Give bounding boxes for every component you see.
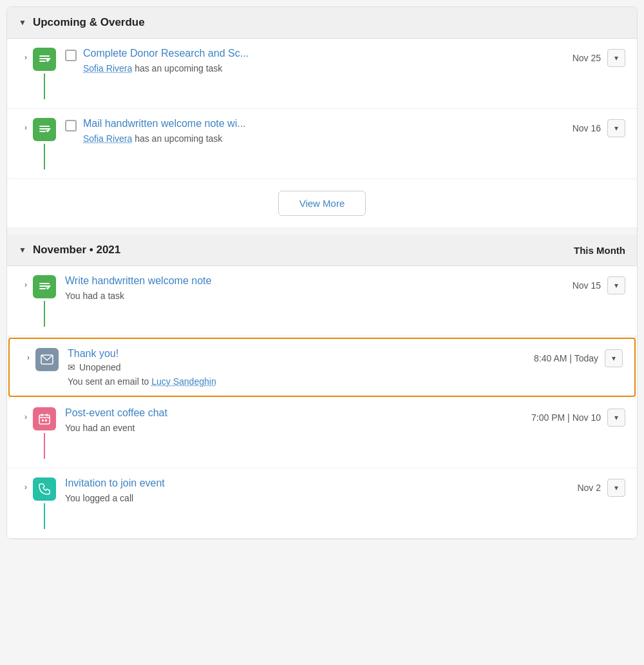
activity-subtitle-1: Sofia Rivera has an upcoming task [83,63,562,73]
subtitle-link-1[interactable]: Sofia Rivera [83,63,132,73]
svg-rect-11 [39,415,50,424]
icon-wrap-5 [33,407,56,459]
section-spacer [7,228,637,235]
activity-subtitle-6: You logged a call [65,493,567,503]
subtitle-text-4: You sent an email to [68,376,151,387]
icon-wrap-1 [33,48,56,99]
vertical-line-3 [44,301,45,327]
task-icon-1 [33,48,56,71]
activity-subtitle-5: You had an event [65,423,521,433]
section-title-november: November • 2021 [33,244,120,256]
activity-date-1: Nov 25 [573,53,601,63]
icon-wrap-3 [33,275,56,327]
activity-meta-6: Nov 2 ▾ [577,479,625,497]
activity-title-4[interactable]: Thank you! [68,348,454,360]
section-header-november[interactable]: ▼ November • 2021 This Month [7,235,637,266]
svg-rect-7 [39,283,50,284]
activity-date-5: 7:00 PM | Nov 10 [531,412,601,423]
vertical-line-6 [44,503,45,529]
subtitle-text-1: has an upcoming task [132,63,222,73]
email-status-text: Unopened [79,362,121,372]
task-icon-3 [33,275,56,298]
svg-rect-15 [42,419,44,421]
view-more-section: View More [7,179,637,228]
activity-row-1: › Complete Donor Research and Sc... Sofi… [7,39,637,109]
dropdown-button-2[interactable]: ▾ [607,119,625,137]
svg-rect-6 [39,131,46,132]
task-icon-2 [33,118,56,141]
svg-rect-9 [39,288,46,289]
section-header-upcoming[interactable]: ▼ Upcoming & Overdue [7,7,637,39]
section-header-left-upcoming: ▼ Upcoming & Overdue [19,16,145,29]
icon-wrap-6 [33,477,56,529]
expand-button-4[interactable]: › [21,351,35,365]
dropdown-button-3[interactable]: ▾ [607,276,625,294]
dropdown-button-6[interactable]: ▾ [607,479,625,497]
dropdown-button-4[interactable]: ▾ [605,349,623,367]
activity-row-2: › Mail handwritten welcome note wi... So… [7,109,637,179]
activity-row-5: › Post-event coffee chat You had an even… [7,398,637,468]
event-icon-5 [33,407,56,430]
expand-button-5[interactable]: › [19,410,33,424]
icon-wrap-4 [35,348,59,371]
subtitle-link-2[interactable]: Sofia Rivera [83,133,132,144]
call-icon-6 [33,477,56,501]
activity-title-3[interactable]: Write handwritten welcome note [65,275,451,287]
svg-rect-16 [45,419,47,421]
activity-subtitle-2: Sofia Rivera has an upcoming task [83,133,562,144]
section-header-left-november: ▼ November • 2021 [19,244,120,256]
vertical-line-2 [44,144,45,169]
activity-date-4: 8:40 AM | Today [534,353,598,363]
main-container: ▼ Upcoming & Overdue › Complete Donor Re… [6,6,638,539]
vertical-line-1 [44,73,45,99]
subtitle-text-2: has an upcoming task [132,133,222,144]
task-checkbox-1[interactable] [65,50,77,61]
activity-subtitle-4: You sent an email to Lucy Sandeghin [68,376,524,387]
activity-date-6: Nov 2 [577,483,601,493]
view-more-button[interactable]: View More [278,191,366,216]
activity-title-1[interactable]: Complete Donor Research and Sc... [83,48,469,59]
icon-wrap-2 [33,118,56,169]
this-month-label: This Month [574,245,625,256]
activity-content-2: Mail handwritten welcome note wi... Sofi… [83,118,562,144]
chevron-down-icon-november: ▼ [19,246,26,255]
expand-button-3[interactable]: › [19,278,33,292]
subtitle-link-4[interactable]: Lucy Sandeghin [151,376,216,387]
activity-content-4: Thank you! ✉ Unopened You sent an email … [68,348,524,387]
svg-rect-5 [39,128,50,130]
activity-title-5[interactable]: Post-event coffee chat [65,407,451,419]
activity-row-6: › Invitation to join event You logged a … [7,468,637,539]
email-icon-4 [35,348,59,371]
activity-content-5: Post-event coffee chat You had an event [65,407,521,433]
chevron-down-icon-upcoming: ▼ [19,18,26,27]
activity-meta-2: Nov 16 ▾ [573,119,625,137]
activity-content-1: Complete Donor Research and Sc... Sofia … [83,48,562,73]
activity-meta-5: 7:00 PM | Nov 10 ▾ [531,409,625,427]
activity-title-6[interactable]: Invitation to join event [65,477,451,489]
dropdown-button-1[interactable]: ▾ [607,49,625,67]
vertical-line-5 [44,433,45,459]
svg-rect-0 [39,55,50,57]
task-checkbox-2[interactable] [65,120,77,131]
activity-meta-3: Nov 15 ▾ [573,276,625,294]
svg-rect-4 [39,126,50,127]
activity-date-3: Nov 15 [573,280,601,291]
activity-row-3: › Write handwritten welcome note You had… [7,266,637,336]
activity-row-4: › Thank you! ✉ Unopened You sent an emai… [8,338,636,397]
activity-meta-1: Nov 25 ▾ [573,49,625,67]
activity-content-3: Write handwritten welcome note You had a… [65,275,562,301]
email-small-icon: ✉ [68,362,75,372]
dropdown-button-5[interactable]: ▾ [607,409,625,427]
activity-content-6: Invitation to join event You logged a ca… [65,477,567,503]
svg-rect-8 [39,285,50,287]
activity-subtitle-3: You had a task [65,291,562,301]
section-title-upcoming: Upcoming & Overdue [33,16,145,29]
activity-meta-4: 8:40 AM | Today ▾ [534,349,623,367]
expand-button-6[interactable]: › [19,480,33,494]
email-status-row: ✉ Unopened [68,362,524,372]
expand-button-2[interactable]: › [19,120,33,135]
svg-rect-2 [39,61,46,62]
activity-title-2[interactable]: Mail handwritten welcome note wi... [83,118,469,130]
expand-button-1[interactable]: › [19,50,33,64]
activity-date-2: Nov 16 [573,123,601,133]
